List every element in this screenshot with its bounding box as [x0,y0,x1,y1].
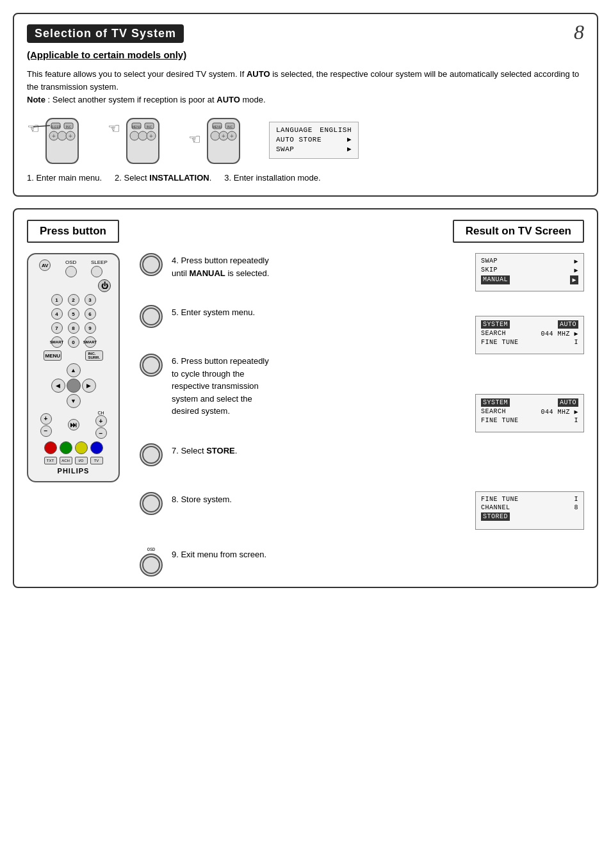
num9-btn[interactable]: 9 [85,322,96,334]
num4-btn[interactable]: 4 [51,308,63,320]
num6-btn[interactable]: 6 [85,308,96,320]
svg-point-37 [143,495,159,512]
intro-text: This feature allows you to select your d… [27,68,584,106]
svg-text:INC: INC [147,125,152,129]
io-btn[interactable]: I/O [75,457,88,464]
svg-text:☞: ☞ [108,120,120,136]
ch-up-btn[interactable]: + [95,415,107,427]
steps-grid: AV OSD SLEEP ⏻ [27,253,584,577]
svg-point-6 [58,131,67,140]
menu-screen-top: LANGUAGE ENGLISH AUTO STORE ▶ SWAP ▶ [269,122,359,159]
smart1-btn[interactable]: SMART [51,336,63,348]
osd-btn[interactable] [65,266,77,277]
remote-control: AV OSD SLEEP ⏻ [27,253,120,482]
step3-caption: 3. Enter installation mode. [224,173,320,183]
svg-text:+: + [222,133,225,140]
page-title: Selection of TV System [27,24,184,43]
vol-down-btn[interactable]: − [40,425,52,437]
yellow-btn[interactable] [75,441,88,454]
bottom-section: Press button Result on TV Screen AV OSD … [13,208,598,588]
step-6-row: 6. Press button repeatedlyto cycle throu… [140,354,465,418]
step8-button-icon [140,492,163,515]
num2-btn[interactable]: 2 [68,294,79,306]
result-header: Result on TV Screen [453,220,584,243]
num0-btn[interactable]: 0 [68,336,79,348]
tv-screen-5: SYSTEM AUTO SEARCH044 MHZ ▶ FINE TUNEI [475,316,584,354]
top-diagrams-row: SLEEP INC + + ☞ MENU IN [27,115,584,167]
num8-btn[interactable]: 8 [68,322,79,334]
step2-caption: 2. Select INSTALLATION. [115,173,211,183]
svg-text:☞: ☞ [188,131,201,147]
svg-text:INC: INC [227,125,233,129]
svg-point-18 [138,131,147,140]
vol-up-btn[interactable]: + [40,413,52,425]
step-4-row: 4. Press button repeatedlyuntil MANUAL i… [140,253,465,279]
dpad-up[interactable]: ▲ [67,363,81,377]
subtitle: (Applicable to certain models only) [27,49,584,60]
color-btns-row [32,441,115,454]
inc-surr-btn[interactable]: INC.SURR. [85,350,103,361]
num7-btn[interactable]: 7 [51,322,63,334]
svg-point-34 [143,308,159,325]
red-btn[interactable] [44,441,57,454]
step4-text: 4. Press button repeatedlyuntil MANUAL i… [172,253,269,279]
section-number: 8 [574,20,584,44]
brand-label: PHILIPS [32,467,115,475]
num5-btn[interactable]: 5 [68,308,79,320]
step-captions: 1. Enter main menu. 2. Select INSTALLATI… [27,173,584,183]
svg-text:MENU: MENU [132,125,142,129]
svg-point-38 [143,557,159,573]
green-btn[interactable] [60,441,72,454]
svg-text:+: + [230,133,234,140]
ach-btn[interactable]: ACH [60,457,72,464]
remote-col: AV OSD SLEEP ⏻ [27,253,129,577]
step5-button-icon [140,305,163,328]
num3-btn[interactable]: 3 [85,294,96,306]
svg-point-36 [143,446,159,463]
step7-button-icon [140,443,163,466]
tv-btn[interactable]: TV [90,457,103,464]
skip-btn[interactable]: ⏭ [68,419,79,430]
diagram-3: MENU INC + + ☞ [188,115,259,167]
tv-screen-7: FINE TUNEI CHANNEL8 STORED [475,491,584,530]
two-headers-row: Press button Result on TV Screen [27,220,584,243]
menu-btn[interactable]: MENU [44,350,61,361]
top-section: Selection of TV System 8 (Applicable to … [13,13,598,197]
svg-point-27 [211,131,220,140]
bottom-btns-row: TXT ACH I/O TV [32,457,115,464]
tv-screen-6: SYSTEM AUTO SEARCH044 MHZ ▶ FINE TUNEI [475,394,584,432]
num1-btn[interactable]: 1 [51,294,63,306]
svg-point-35 [143,357,159,373]
results-col: SWAP▶ SKIP▶ MANUAL▶ SYSTEM AUTO SEARCH04… [475,253,584,577]
osd-label-step9: OSD [147,547,156,552]
press-button-header: Press button [27,220,119,243]
sleep-btn[interactable] [91,266,102,277]
step9-button-icon [140,553,163,577]
svg-point-33 [143,256,159,273]
step-7-row: 7. Select STORE. [140,443,465,466]
av-btn[interactable]: AV [39,259,51,271]
svg-text:MENU: MENU [213,125,222,129]
smart2-btn[interactable]: SMART [85,336,96,348]
step8-text: 8. Store system. [172,492,232,506]
svg-text:INC: INC [66,125,72,129]
dpad-down[interactable]: ▼ [67,394,81,408]
dpad: ▲ ◀ ▶ ▼ [32,363,115,408]
svg-text:+: + [52,133,56,140]
ch-down-btn[interactable]: − [95,427,107,439]
power-btn[interactable]: ⏻ [98,279,111,292]
dpad-left[interactable]: ◀ [51,379,65,393]
svg-text:+: + [149,133,153,140]
step9-text: 9. Exit menu from screen. [172,547,266,561]
step7-text: 7. Select STORE. [172,443,237,457]
blue-btn[interactable] [90,441,103,454]
dpad-center[interactable] [67,379,81,393]
teletext-btn[interactable]: TXT [44,457,57,464]
step6-button-icon [140,354,163,377]
svg-text:☞: ☞ [27,120,40,136]
step1-caption: 1. Enter main menu. [27,173,102,183]
dpad-right[interactable]: ▶ [82,379,96,393]
step-9-row: OSD 9. Exit menu from screen. [140,547,465,577]
svg-text:+: + [69,133,72,140]
step-8-row: 8. Store system. [140,492,465,515]
